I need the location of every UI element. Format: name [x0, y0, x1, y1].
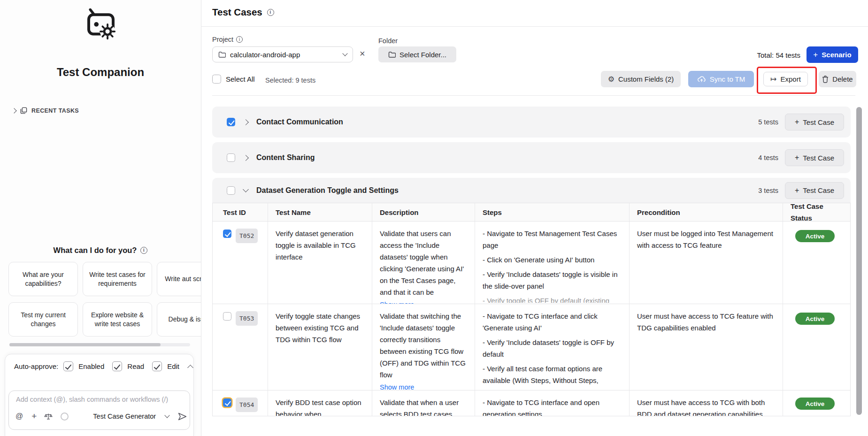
plus-icon: +	[795, 118, 799, 126]
clear-project-icon[interactable]: ×	[360, 48, 365, 59]
tasks-stack-icon	[20, 107, 27, 114]
row-checkbox[interactable]	[223, 312, 231, 321]
gear-icon: ⚙	[608, 75, 615, 84]
select-all-label: Select All	[226, 75, 255, 83]
chat-input[interactable]	[15, 395, 181, 404]
project-select[interactable]: calculator-android-app	[212, 46, 353, 62]
test-cases-table: Test ID Test Name Description Steps Prec…	[212, 203, 851, 416]
test-name-cell: Verify toggle state changes between exis…	[268, 304, 372, 390]
select-folder-label: Select Folder...	[399, 51, 446, 59]
sync-to-tm-button[interactable]: Sync to TM	[688, 71, 754, 87]
send-icon[interactable]	[177, 412, 187, 421]
add-scenario-button[interactable]: + Scenario	[807, 46, 858, 63]
group-row-content-sharing[interactable]: Content Sharing 4 tests + Test Case	[212, 142, 851, 173]
show-more-link[interactable]: Show more	[380, 382, 466, 390]
group-checkbox[interactable]	[227, 186, 235, 195]
prompt-card-debug-issue[interactable]: Debug & issue f	[157, 302, 201, 337]
auto-approve-edit-label: Edit	[167, 362, 179, 370]
auto-approve-enabled-checkbox[interactable]	[63, 361, 73, 371]
sidebar-item-recent-tasks[interactable]: RECENT TASKS	[12, 107, 79, 114]
collapse-chevron-up-icon[interactable]	[187, 365, 193, 371]
add-test-case-button[interactable]: + Test Case	[785, 182, 844, 199]
table-row: T052 Verify dataset generation toggle is…	[213, 221, 850, 304]
vertical-scrollbar-thumb[interactable]	[856, 107, 862, 415]
group-checkbox[interactable]	[227, 118, 235, 126]
prompt-card-write-automation-script[interactable]: Write aut script for	[157, 262, 201, 296]
auto-approve-enabled-label: Enabled	[78, 362, 104, 370]
chevron-right-icon[interactable]	[243, 119, 249, 125]
prompt-card-capabilities[interactable]: What are your capabilities?	[8, 262, 78, 296]
cards-horizontal-scrollbar[interactable]	[9, 343, 190, 346]
table-header-row: Test ID Test Name Description Steps Prec…	[213, 203, 850, 221]
info-icon[interactable]	[140, 247, 147, 254]
select-all-checkbox[interactable]	[212, 75, 221, 84]
prompt-card-write-test-cases[interactable]: Write test cases for requirements	[83, 262, 152, 296]
show-more-link[interactable]: Show more	[483, 389, 621, 390]
steps-cell: - Navigate to Test Management Test Cases…	[475, 222, 630, 304]
status-badge: Active	[795, 398, 835, 410]
show-more-link[interactable]: Show more	[380, 299, 466, 304]
page-title-info-icon[interactable]	[267, 9, 274, 16]
step-item: - Navigate to Test Management Test Cases…	[483, 228, 621, 251]
custom-fields-label: Custom Fields (2)	[618, 75, 674, 83]
add-test-case-button[interactable]: + Test Case	[785, 114, 844, 130]
auto-approve-read-checkbox[interactable]	[112, 361, 122, 371]
select-folder-button[interactable]: Select Folder...	[378, 46, 456, 62]
toolbar-divider	[212, 95, 855, 96]
export-highlight-box	[757, 67, 817, 94]
agent-selector-label[interactable]: Test Case Generator	[93, 413, 156, 420]
custom-fields-button[interactable]: ⚙ Custom Fields (2)	[601, 71, 681, 87]
row-checkbox[interactable]	[223, 398, 231, 407]
group-row-dataset-generation[interactable]: Dataset Generation Toggle and Settings 3…	[212, 178, 851, 203]
group-title: Contact Communication	[256, 118, 343, 126]
step-item: - Navigate to TCG interface and click 'G…	[483, 310, 621, 334]
test-name-cell: Verify BDD test case option behavior whe…	[268, 390, 372, 416]
test-id-badge: T052	[236, 229, 258, 243]
select-all-control: Select All	[212, 75, 255, 84]
status-circle-icon[interactable]	[61, 413, 69, 421]
agent-chevron-down-icon[interactable]	[164, 413, 169, 418]
step-item: - Verify 'Include datasets' toggle is OF…	[483, 337, 621, 360]
mention-at-icon[interactable]: @	[15, 412, 23, 421]
add-test-case-button[interactable]: + Test Case	[785, 149, 844, 166]
group-title: Content Sharing	[256, 153, 315, 162]
description-cell: Validate that switching the 'Include dat…	[372, 304, 475, 390]
group-row-contact-communication[interactable]: Contact Communication 5 tests + Test Cas…	[212, 107, 851, 138]
assistant-heading-text: What can I do for you?	[54, 246, 137, 255]
add-attachment-plus-icon[interactable]: +	[31, 411, 37, 421]
chevron-right-icon[interactable]	[243, 155, 249, 161]
delete-button[interactable]: Delete	[819, 71, 856, 87]
row-checkbox[interactable]	[223, 229, 231, 238]
status-cell: Active	[783, 304, 850, 390]
steps-cell: - Navigate to TCG interface and open gen…	[475, 390, 630, 416]
app-title: Test Companion	[0, 66, 201, 79]
group-test-count: 3 tests	[758, 187, 778, 194]
col-precondition: Precondition	[630, 203, 783, 221]
app-logo-robot-gear-icon	[83, 7, 119, 43]
chevron-down-icon[interactable]	[243, 186, 249, 192]
project-info-icon[interactable]	[236, 36, 243, 43]
chevron-right-icon	[11, 108, 16, 113]
sync-to-tm-label: Sync to TM	[710, 75, 745, 83]
step-item: - Verify toggle is OFF by default (exist…	[483, 295, 621, 303]
project-select-value: calculator-android-app	[230, 51, 339, 59]
precondition-cell: User must be logged into Test Management…	[630, 222, 783, 304]
test-name-cell: Verify dataset generation toggle is avai…	[268, 222, 372, 304]
cards-horizontal-scrollbar-thumb[interactable]	[9, 343, 161, 346]
folder-label: Folder	[378, 37, 398, 45]
add-test-case-label: Test Case	[803, 154, 834, 162]
test-id-badge: T053	[236, 311, 258, 326]
group-checkbox[interactable]	[227, 153, 235, 162]
sidebar: Test Companion RECENT TASKS What can I d…	[0, 0, 201, 436]
prompt-card-test-changes[interactable]: Test my current changes	[8, 302, 78, 337]
chat-input-box[interactable]	[8, 390, 190, 430]
scales-icon[interactable]	[44, 413, 53, 421]
plus-icon: +	[795, 153, 799, 162]
prompt-card-explore-website[interactable]: Explore website & write test cases	[83, 302, 152, 337]
col-steps: Steps	[475, 203, 630, 221]
steps-cell: - Navigate to TCG interface and click 'G…	[475, 304, 630, 390]
plus-icon: +	[795, 186, 799, 195]
auto-approve-row: Auto-approve: Enabled Read Edit	[14, 361, 192, 371]
selected-count-label: Selected: 9 tests	[265, 76, 315, 84]
auto-approve-edit-checkbox[interactable]	[152, 361, 162, 371]
